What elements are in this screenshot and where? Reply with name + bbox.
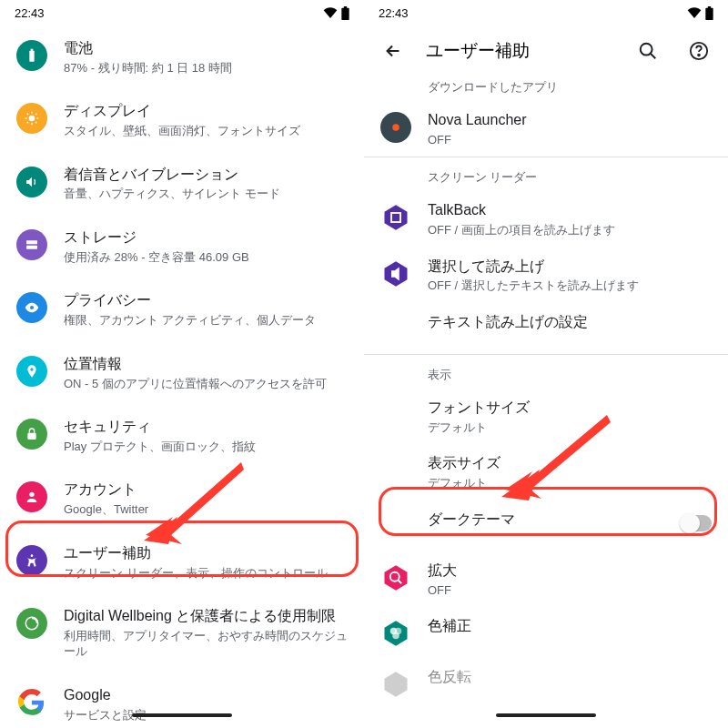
dark-theme-toggle[interactable] (681, 515, 712, 531)
svg-line-11 (27, 122, 28, 123)
svg-point-28 (698, 55, 700, 56)
svg-rect-0 (341, 7, 349, 19)
svg-rect-2 (29, 51, 34, 62)
accessibility-screen: 22:43 ユーザー補助 ダウンロードしたアプリ Nova Launcher (364, 0, 728, 728)
color-inversion-icon (380, 669, 411, 700)
search-button[interactable] (630, 33, 666, 69)
storage-icon (16, 229, 47, 260)
section-header-display: 表示 (364, 355, 728, 389)
svg-line-10 (35, 122, 36, 123)
svg-rect-23 (705, 7, 713, 19)
svg-rect-24 (708, 6, 711, 9)
settings-list[interactable]: 電池 87% - 残り時間: 約 1 日 18 時間 ディスプレイ スタイル、壁… (0, 25, 364, 728)
settings-item-display[interactable]: ディスプレイ スタイル、壁紙、画面消灯、フォントサイズ (0, 88, 364, 151)
battery-status-icon (705, 6, 713, 20)
section-header-screenreader: スクリーン リーダー (364, 157, 728, 191)
item-color-inversion[interactable]: 色反転 (364, 658, 728, 709)
item-select-to-speak[interactable]: 選択して読み上げ OFF / 選択したテキストを読み上げます (364, 248, 728, 303)
settings-item-wellbeing[interactable]: Digital Wellbeing と保護者による使用制限 利用時間、アプリタイ… (0, 593, 364, 672)
item-color-correction[interactable]: 色補正 (364, 607, 728, 658)
clock: 22:43 (15, 6, 45, 20)
svg-point-18 (29, 492, 34, 497)
talkback-icon (380, 202, 411, 233)
settings-screen: 22:43 電池 87% - 残り時間: 約 1 日 18 時間 (0, 0, 364, 728)
svg-marker-41 (385, 672, 408, 697)
nav-bar[interactable] (0, 703, 364, 728)
svg-point-25 (641, 44, 652, 56)
svg-line-9 (27, 114, 28, 115)
svg-point-4 (29, 116, 35, 122)
settings-item-security[interactable]: セキュリティ Play プロテクト、画面ロック、指紋 (0, 404, 364, 467)
svg-line-12 (35, 114, 36, 115)
settings-item-battery[interactable]: 電池 87% - 残り時間: 約 1 日 18 時間 (0, 25, 364, 88)
select-to-speak-icon (380, 258, 411, 289)
status-bar: 22:43 (364, 0, 728, 25)
svg-point-16 (30, 368, 33, 370)
item-font-size[interactable]: フォントサイズ デフォルト (364, 389, 728, 444)
section-header-downloaded: ダウンロードしたアプリ (364, 76, 728, 101)
clock: 22:43 (379, 6, 409, 20)
item-tts-settings[interactable]: テキスト読み上げの設定 (364, 303, 728, 354)
magnify-icon (380, 562, 411, 593)
back-button[interactable] (375, 33, 411, 69)
item-nova-launcher[interactable]: Nova Launcher OFF (364, 101, 728, 157)
wifi-icon (687, 7, 702, 18)
app-bar: ユーザー補助 (364, 25, 728, 76)
nova-launcher-icon (380, 112, 411, 143)
svg-point-30 (392, 124, 399, 131)
privacy-icon (16, 292, 47, 323)
location-icon (16, 356, 47, 387)
help-button[interactable] (681, 33, 717, 69)
settings-item-privacy[interactable]: プライバシー 権限、アカウント アクティビティ、個人データ (0, 278, 364, 340)
svg-rect-14 (26, 246, 37, 249)
wellbeing-icon (16, 608, 47, 639)
svg-marker-31 (385, 206, 408, 231)
item-dark-theme[interactable]: ダークテーマ (364, 500, 728, 551)
nav-bar[interactable] (364, 703, 728, 728)
svg-point-19 (31, 554, 34, 557)
wifi-icon (323, 7, 338, 18)
svg-rect-3 (31, 49, 34, 52)
settings-item-storage[interactable]: ストレージ 使用済み 28% - 空き容量 46.09 GB (0, 215, 364, 278)
accessibility-icon (16, 545, 47, 576)
battery-icon (16, 40, 47, 71)
settings-item-accounts[interactable]: アカウント Google、Twitter (0, 467, 364, 530)
svg-marker-34 (385, 565, 408, 591)
svg-point-15 (30, 306, 34, 309)
svg-rect-17 (27, 433, 35, 440)
settings-item-sound[interactable]: 着信音とバイブレーション 音量、ハプティクス、サイレント モード (0, 152, 364, 215)
item-magnification[interactable]: 拡大 OFF (364, 551, 728, 607)
svg-rect-1 (344, 6, 347, 9)
sound-icon (16, 167, 47, 197)
account-icon (16, 481, 47, 512)
battery-status-icon (341, 6, 349, 20)
page-title: ユーザー補助 (426, 39, 615, 63)
status-bar: 22:43 (0, 0, 364, 25)
security-icon (16, 419, 47, 450)
svg-point-40 (392, 632, 399, 640)
settings-item-location[interactable]: 位置情報 ON - 5 個のアプリに位置情報へのアクセスを許可 (0, 341, 364, 404)
item-talkback[interactable]: TalkBack OFF / 画面上の項目を読み上げます (364, 191, 728, 247)
svg-line-26 (651, 54, 656, 59)
settings-item-accessibility[interactable]: ユーザー補助 スクリーン リーダー、表示、操作のコントロール (0, 531, 364, 593)
color-correction-icon (380, 618, 411, 649)
svg-rect-13 (26, 240, 37, 244)
item-display-size[interactable]: 表示サイズ デフォルト (364, 444, 728, 500)
display-icon (16, 103, 47, 134)
